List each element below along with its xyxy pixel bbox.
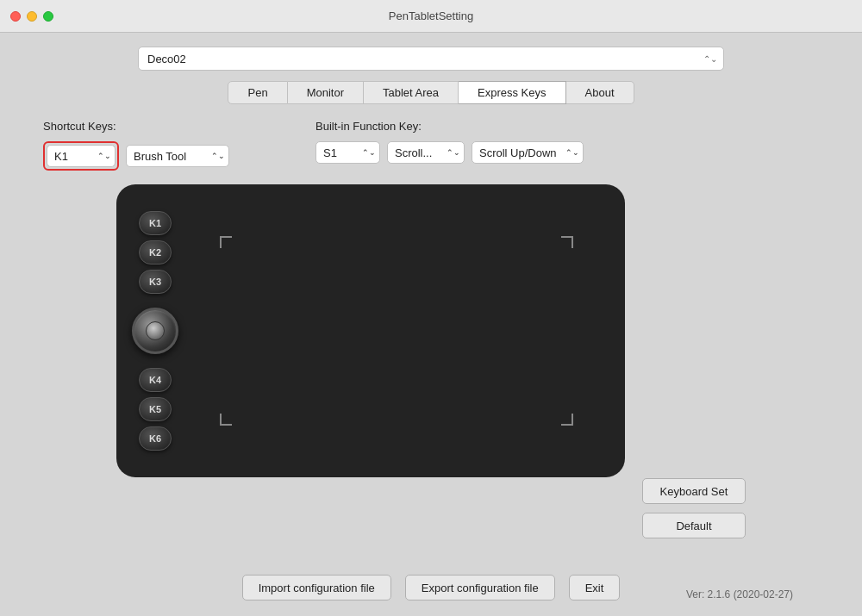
shortcut-keys-row: K1 K2K3K4K5K6 ⌃⌄ Brush Tool EraserZoom I… xyxy=(43,141,229,171)
scroll-wheel-inner xyxy=(146,321,165,340)
maximize-button[interactable] xyxy=(43,11,53,22)
import-config-button[interactable]: Import configuration file xyxy=(242,575,391,600)
controls-area: Shortcut Keys: K1 K2K3K4K5K6 ⌃⌄ Brush To… xyxy=(34,120,828,171)
key-k4-button[interactable]: K4 xyxy=(139,368,172,392)
device-select[interactable]: Deco02 xyxy=(138,47,724,71)
scroll-wheel[interactable] xyxy=(132,308,178,354)
tablet-section: K1 K2 K3 K4 K5 K6 Keyboard Set xyxy=(34,184,828,564)
version-text: Ver: 2.1.6 (2020-02-27) xyxy=(686,588,793,600)
key-k2-button[interactable]: K2 xyxy=(139,240,172,264)
builtin-function-row: S1 S2 ⌃⌄ Scroll... ZoomRotate ⌃⌄ Scroll … xyxy=(315,141,584,164)
builtin-direction-select[interactable]: Scroll Up/Down Scroll Left/Right xyxy=(472,141,584,164)
exit-button[interactable]: Exit xyxy=(569,575,621,600)
builtin-function-label: Built-in Function Key: xyxy=(315,120,584,133)
tablet-and-buttons: K1 K2 K3 K4 K5 K6 Keyboard Set xyxy=(116,184,746,564)
s1-select-wrapper: S1 S2 ⌃⌄ xyxy=(315,141,380,164)
device-row: Deco02 xyxy=(34,47,828,71)
corner-bracket-tl xyxy=(220,236,232,248)
tab-express-keys[interactable]: Express Keys xyxy=(459,81,565,104)
export-config-button[interactable]: Export configuration file xyxy=(405,575,555,600)
shortcut-function-select[interactable]: Brush Tool EraserZoom InZoom Out xyxy=(126,145,229,167)
k1-select-wrapper-highlighted: K1 K2K3K4K5K6 ⌃⌄ xyxy=(43,141,119,171)
titlebar: PenTabletSetting xyxy=(0,0,862,33)
corner-bracket-bl xyxy=(220,414,232,426)
close-button[interactable] xyxy=(10,11,21,22)
builtin-key-select[interactable]: S1 S2 xyxy=(315,141,380,164)
k1-select-outer: K1 K2K3K4K5K6 ⌃⌄ xyxy=(47,145,116,167)
tab-about[interactable]: About xyxy=(566,81,634,104)
scroll-direction-select-wrapper: Scroll Up/Down Scroll Left/Right ⌃⌄ xyxy=(472,141,584,164)
key-k6-button[interactable]: K6 xyxy=(139,426,172,451)
builtin-mode-select[interactable]: Scroll... ZoomRotate xyxy=(387,141,465,164)
minimize-button[interactable] xyxy=(27,11,37,22)
corner-bracket-br xyxy=(561,414,573,426)
key-k5-button[interactable]: K5 xyxy=(139,397,172,421)
side-panel: K1 K2 K3 K4 K5 K6 xyxy=(116,184,194,477)
main-content: Deco02 Pen Monitor Tablet Area Express K… xyxy=(0,33,862,616)
side-right-buttons: Keyboard Set Default xyxy=(642,271,746,564)
device-select-wrapper: Deco02 xyxy=(138,47,724,71)
tab-monitor[interactable]: Monitor xyxy=(288,81,364,104)
corner-bracket-tr xyxy=(561,236,573,248)
keyboard-set-button[interactable]: Keyboard Set xyxy=(642,478,746,504)
builtin-function-group: Built-in Function Key: S1 S2 ⌃⌄ Scroll..… xyxy=(315,120,584,171)
tabs-row: Pen Monitor Tablet Area Express Keys Abo… xyxy=(34,81,828,104)
shortcut-key-select[interactable]: K1 K2K3K4K5K6 xyxy=(47,145,116,167)
shortcut-keys-group: Shortcut Keys: K1 K2K3K4K5K6 ⌃⌄ Brush To… xyxy=(43,120,229,171)
key-k3-button[interactable]: K3 xyxy=(139,270,172,294)
key-k1-button[interactable]: K1 xyxy=(139,211,172,235)
bottom-bar: Import configuration file Export configu… xyxy=(34,564,828,604)
tab-pen[interactable]: Pen xyxy=(228,81,287,104)
window-title: PenTabletSetting xyxy=(389,9,473,22)
shortcut-keys-label: Shortcut Keys: xyxy=(43,120,229,133)
default-button[interactable]: Default xyxy=(642,513,746,538)
tablet-diagram: K1 K2 K3 K4 K5 K6 xyxy=(116,184,625,477)
brush-tool-select-wrapper: Brush Tool EraserZoom InZoom Out ⌃⌄ xyxy=(126,145,229,167)
scroll-mode-select-wrapper: Scroll... ZoomRotate ⌃⌄ xyxy=(387,141,465,164)
tab-tablet-area[interactable]: Tablet Area xyxy=(364,81,459,104)
traffic-lights xyxy=(10,11,53,22)
